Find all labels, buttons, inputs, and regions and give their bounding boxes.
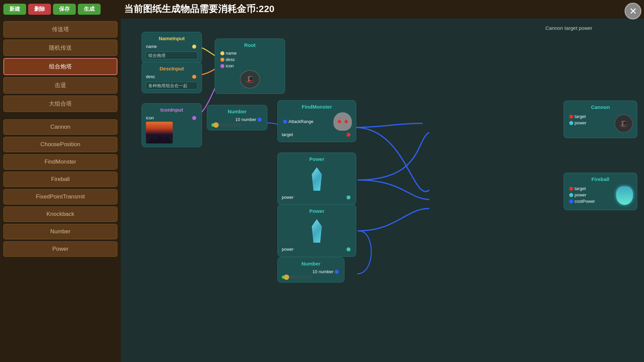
sidebar-item-choose-position[interactable]: ChoosePosition	[3, 137, 117, 152]
power2-node: Power power	[277, 204, 356, 257]
power2-label: power	[282, 247, 293, 252]
number1-node: Number 10 number	[207, 105, 267, 130]
root-name-row: name	[219, 51, 281, 56]
sidebar: 传送塔 随机传送 组合炮塔 击退 大组合塔 Cannon ChoosePosit…	[0, 18, 121, 362]
mountain-bg	[146, 132, 173, 143]
root-icon-label: icon	[226, 63, 234, 68]
sidebar-item-knockback[interactable]: 击退	[3, 77, 117, 94]
sidebar-item-find-monster[interactable]: FindMonster	[3, 154, 117, 170]
power2-title: Power	[282, 208, 352, 214]
name-port-row: name	[146, 44, 198, 49]
sidebar-item-combo-tower[interactable]: 组合炮塔	[3, 58, 117, 75]
find-monster-target-label: target	[282, 132, 293, 137]
desc-port-row: desc	[146, 74, 198, 79]
number2-label: number	[319, 269, 333, 274]
power1-crystal-icon	[309, 167, 325, 191]
sidebar-item-number[interactable]: Number	[3, 224, 117, 239]
icon-output-port[interactable]	[192, 116, 196, 120]
number2-slider-track[interactable]	[282, 276, 312, 279]
power1-output-port[interactable]	[346, 195, 351, 199]
sidebar-item-knockback2[interactable]: Knockback	[3, 206, 117, 222]
fireball-target-port[interactable]	[569, 187, 573, 191]
name-input-node: NameInput name	[142, 32, 202, 63]
number2-node: Number 10 number	[277, 257, 344, 283]
power1-node: Power power	[277, 153, 356, 205]
icon-port-row: icon	[146, 115, 198, 120]
number1-label: number	[241, 117, 256, 122]
new-button[interactable]: 新建	[3, 4, 26, 15]
fireball-icon	[616, 186, 633, 205]
sidebar-item-teleport-tower[interactable]: 传送塔	[3, 21, 117, 38]
desc-input-node: DescInput desc	[142, 62, 202, 93]
fireball-content: target power costPower	[568, 185, 633, 206]
monster-container	[333, 112, 352, 131]
name-input-field[interactable]	[146, 52, 198, 59]
close-button[interactable]: ✕	[625, 3, 641, 19]
fireball-title: Fireball	[568, 176, 633, 182]
cannon-ports: target power	[568, 113, 614, 127]
name-label: name	[146, 44, 157, 49]
cannon-power-port[interactable]	[569, 121, 573, 125]
number1-output-port[interactable]	[258, 118, 262, 122]
number2-slider-thumb[interactable]	[284, 275, 289, 280]
power2-output-port[interactable]	[346, 247, 351, 251]
cannon-target-label: target	[575, 114, 586, 119]
sidebar-item-big-combo[interactable]: 大组合塔	[3, 96, 117, 112]
fireball-power-port[interactable]	[569, 193, 573, 197]
fireball-ports: target power costPower	[568, 185, 616, 205]
generate-button[interactable]: 生成	[78, 4, 101, 15]
root-desc-row: desc	[219, 57, 281, 62]
power2-crystal-icon	[309, 219, 325, 243]
fireball-power-label: power	[575, 192, 586, 197]
number2-title: Number	[282, 261, 340, 266]
find-monster-node: FindMonster AttackRange target	[277, 100, 356, 142]
number1-title: Number	[211, 109, 263, 114]
root-desc-input-port[interactable]	[220, 58, 224, 62]
icon-image	[146, 122, 173, 143]
find-monster-attack-range: AttackRange	[288, 119, 313, 124]
desc-output-port[interactable]	[192, 75, 196, 79]
root-name-label: name	[226, 51, 237, 56]
number1-slider-thumb[interactable]	[213, 122, 219, 128]
number1-slider-track[interactable]	[211, 123, 241, 127]
fireball-cost-port[interactable]	[569, 199, 573, 203]
sidebar-item-fixed-point-transmit[interactable]: FixedPointTransmit	[3, 189, 117, 204]
right-panel-text: Cannon target power	[545, 25, 592, 31]
sidebar-item-fireball[interactable]: Fireball	[3, 172, 117, 187]
right-panel: Cannon target power	[540, 18, 644, 38]
find-monster-input-port[interactable]	[283, 120, 287, 124]
desc-input-title: DescInput	[146, 66, 198, 71]
desc-input-field[interactable]	[146, 82, 198, 89]
delete-button[interactable]: 删除	[28, 4, 51, 15]
root-icon-row: icon	[219, 63, 281, 68]
number1-output-row: 10 number	[211, 117, 263, 122]
find-monster-input-row: AttackRange	[282, 112, 352, 131]
cannon-power-row: power	[568, 120, 614, 125]
name-output-port[interactable]	[192, 45, 196, 49]
canvas-area: NameInput name DescInput desc IconInput …	[121, 18, 644, 362]
fireball-target-row: target	[568, 186, 616, 191]
root-icon-input-port[interactable]	[220, 64, 224, 68]
find-monster-output-row: target	[282, 132, 352, 137]
cannon-content: target power 🎩	[568, 113, 633, 134]
icon-label: icon	[146, 115, 154, 120]
root-name-input-port[interactable]	[220, 51, 224, 55]
save-button[interactable]: 保存	[53, 4, 76, 15]
find-monster-output-port[interactable]	[346, 133, 351, 137]
cannon-power-label: power	[575, 120, 586, 125]
cannon-title: Cannon	[568, 104, 633, 110]
number2-output-port[interactable]	[335, 270, 339, 274]
cannon-target-port[interactable]	[569, 115, 573, 119]
header-cost: 当前图纸生成物品需要消耗金币:220	[124, 3, 274, 15]
power1-label: power	[282, 195, 293, 200]
root-node: Root name desc icon 🎩	[215, 39, 285, 94]
power1-title: Power	[282, 156, 352, 162]
monster-eye-left	[338, 120, 341, 123]
sidebar-item-power[interactable]: Power	[3, 241, 117, 257]
cannon-target-row: target	[568, 114, 614, 119]
power1-output-row: power	[282, 195, 352, 200]
fireball-power-row: power	[568, 192, 616, 197]
sidebar-item-random-teleport[interactable]: 随机传送	[3, 40, 117, 56]
sidebar-item-cannon[interactable]: Cannon	[3, 119, 117, 135]
cannon-icon: 🎩	[614, 114, 633, 133]
